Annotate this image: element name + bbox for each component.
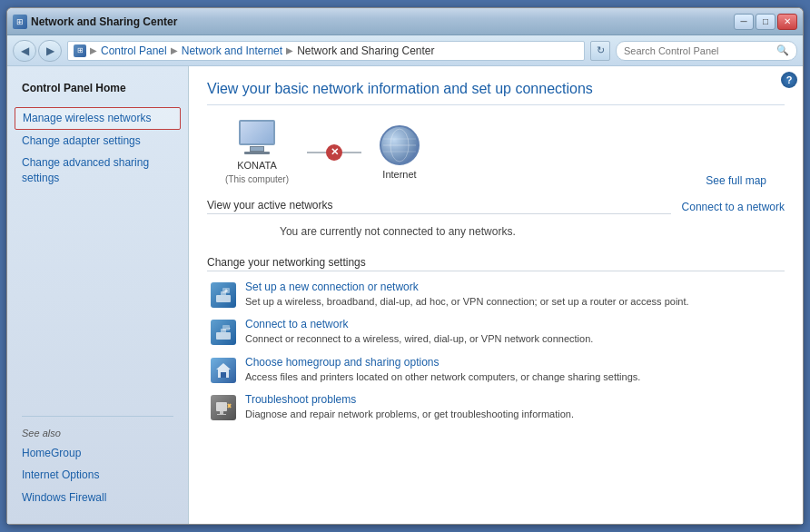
sidebar-main-section: Control Panel Home Manage wireless netwo… bbox=[7, 74, 188, 193]
active-networks-title: View your active networks bbox=[207, 199, 671, 214]
breadcrumb-current: Network and Sharing Center bbox=[297, 44, 434, 57]
homegroup-icon-inner bbox=[211, 358, 236, 383]
sidebar-item-adapter[interactable]: Change adapter settings bbox=[7, 130, 188, 153]
window-title: Network and Sharing Center bbox=[31, 15, 177, 28]
title-bar-controls: ─ □ ✕ bbox=[734, 14, 797, 30]
nav-buttons: ◀ ▶ bbox=[13, 40, 62, 62]
breadcrumb-sep-3: ▶ bbox=[286, 45, 293, 55]
svg-rect-16 bbox=[217, 414, 226, 415]
svg-rect-14 bbox=[216, 402, 227, 411]
troubleshoot-icon-inner bbox=[211, 395, 236, 420]
computer-icon bbox=[235, 120, 279, 156]
breadcrumb-network-internet[interactable]: Network and Internet bbox=[182, 44, 282, 57]
internet-label: Internet bbox=[382, 169, 416, 180]
setting-text-troubleshoot: Troubleshoot problems Diagnose and repai… bbox=[245, 393, 785, 421]
title-bar: ⊞ Network and Sharing Center ─ □ ✕ bbox=[7, 8, 803, 35]
setting-item-homegroup: Choose homegroup and sharing options Acc… bbox=[207, 356, 785, 384]
breadcrumb: ⊞ ▶ Control Panel ▶ Network and Internet… bbox=[67, 41, 585, 61]
homegroup-icon bbox=[211, 358, 236, 383]
troubleshoot-desc: Diagnose and repair network problems, or… bbox=[245, 408, 785, 421]
setting-text-connect: Connect to a network Connect or reconnec… bbox=[245, 318, 785, 346]
search-input[interactable] bbox=[624, 45, 773, 56]
settings-title: Change your networking settings bbox=[207, 256, 785, 271]
homegroup-svg bbox=[214, 361, 232, 379]
computer-screen bbox=[239, 120, 275, 145]
sidebar-home[interactable]: Control Panel Home bbox=[7, 77, 188, 100]
breadcrumb-sep-1: ▶ bbox=[90, 45, 97, 55]
svg-text:→: → bbox=[224, 324, 232, 332]
sidebar-homegroup[interactable]: HomeGroup bbox=[7, 442, 188, 465]
connection-line: ✕ bbox=[307, 152, 361, 153]
svg-rect-8 bbox=[216, 332, 231, 340]
svg-rect-15 bbox=[220, 411, 223, 414]
main-content: Control Panel Home Manage wireless netwo… bbox=[7, 66, 803, 524]
connect-svg: → bbox=[214, 323, 232, 341]
setting-item-new-connection: + Set up a new connection or network Set… bbox=[207, 281, 785, 309]
see-full-map-link[interactable]: See full map bbox=[706, 174, 766, 187]
new-connection-link[interactable]: Set up a new connection or network bbox=[245, 281, 785, 293]
window-icon: ⊞ bbox=[13, 15, 27, 29]
breadcrumb-home-icon: ⊞ bbox=[74, 44, 86, 57]
computer-sublabel: (This computer) bbox=[225, 174, 289, 184]
svg-text:+: + bbox=[224, 288, 228, 294]
network-plus-svg: + bbox=[214, 286, 232, 304]
breadcrumb-sep-2: ▶ bbox=[171, 45, 178, 55]
new-connection-icon: + bbox=[211, 282, 236, 308]
address-bar: ◀ ▶ ⊞ ▶ Control Panel ▶ Network and Inte… bbox=[7, 35, 803, 66]
sidebar-divider bbox=[22, 416, 173, 417]
sidebar-item-advanced[interactable]: Change advanced sharing settings bbox=[7, 152, 188, 190]
internet-node: Internet bbox=[380, 125, 420, 180]
help-button[interactable]: ? bbox=[781, 72, 797, 88]
breadcrumb-control-panel[interactable]: Control Panel bbox=[101, 44, 167, 57]
homegroup-desc: Access files and printers located on oth… bbox=[245, 370, 785, 384]
minimize-button[interactable]: ─ bbox=[734, 14, 754, 30]
globe-svg bbox=[381, 127, 418, 163]
settings-section: Change your networking settings + bbox=[207, 256, 785, 422]
connect-desc: Connect or reconnect to a wireless, wire… bbox=[245, 332, 785, 346]
connection-x-icon: ✕ bbox=[326, 144, 342, 161]
active-networks-header: View your active networks Connect to a n… bbox=[207, 199, 785, 214]
search-icon[interactable]: 🔍 bbox=[776, 44, 789, 56]
main-window: ⊞ Network and Sharing Center ─ □ ✕ ◀ ▶ ⊞… bbox=[6, 7, 804, 525]
connect-icon-inner: → bbox=[211, 320, 236, 345]
computer-base bbox=[244, 152, 270, 154]
forward-button[interactable]: ▶ bbox=[38, 40, 62, 62]
computer-node: KONATA (This computer) bbox=[225, 120, 289, 184]
see-also-label: See also bbox=[7, 424, 188, 442]
troubleshoot-link[interactable]: Troubleshoot problems bbox=[245, 393, 785, 406]
close-button[interactable]: ✕ bbox=[777, 14, 797, 30]
globe-icon bbox=[380, 125, 420, 165]
title-bar-left: ⊞ Network and Sharing Center bbox=[13, 15, 177, 29]
connect-icon: → bbox=[211, 320, 236, 345]
setting-item-connect: → Connect to a network Connect or reconn… bbox=[207, 318, 785, 346]
sidebar-internet-options[interactable]: Internet Options bbox=[7, 464, 188, 487]
new-connection-desc: Set up a wireless, broadband, dial-up, a… bbox=[245, 295, 785, 309]
content-panel: ? View your basic network information an… bbox=[189, 66, 803, 524]
sidebar-item-wireless[interactable]: Manage wireless networks bbox=[15, 107, 181, 130]
sidebar-windows-firewall[interactable]: Windows Firewall bbox=[7, 487, 188, 509]
sidebar: Control Panel Home Manage wireless netwo… bbox=[7, 66, 189, 524]
new-connection-icon-inner: + bbox=[211, 282, 236, 308]
troubleshoot-svg bbox=[214, 399, 232, 417]
no-network-text: You are currently not connected to any n… bbox=[207, 220, 785, 249]
network-map: KONATA (This computer) ✕ bbox=[207, 120, 785, 184]
setting-item-troubleshoot: Troubleshoot problems Diagnose and repai… bbox=[207, 393, 785, 421]
svg-rect-13 bbox=[221, 372, 226, 378]
setting-text-homegroup: Choose homegroup and sharing options Acc… bbox=[245, 356, 785, 384]
setting-text-new-connection: Set up a new connection or network Set u… bbox=[245, 281, 785, 309]
connect-link[interactable]: Connect to a network bbox=[245, 318, 785, 330]
search-bar: 🔍 bbox=[616, 41, 797, 61]
homegroup-link[interactable]: Choose homegroup and sharing options bbox=[245, 356, 785, 369]
svg-rect-4 bbox=[216, 295, 231, 302]
refresh-button[interactable]: ↻ bbox=[590, 41, 610, 61]
maximize-button[interactable]: □ bbox=[756, 14, 775, 30]
computer-label: KONATA bbox=[237, 160, 277, 171]
connect-to-network-link[interactable]: Connect to a network bbox=[682, 201, 785, 213]
back-button[interactable]: ◀ bbox=[13, 40, 36, 62]
troubleshoot-icon bbox=[211, 395, 236, 420]
sidebar-bottom: See also HomeGroup Internet Options Wind… bbox=[7, 409, 188, 517]
page-title: View your basic network information and … bbox=[207, 81, 785, 105]
